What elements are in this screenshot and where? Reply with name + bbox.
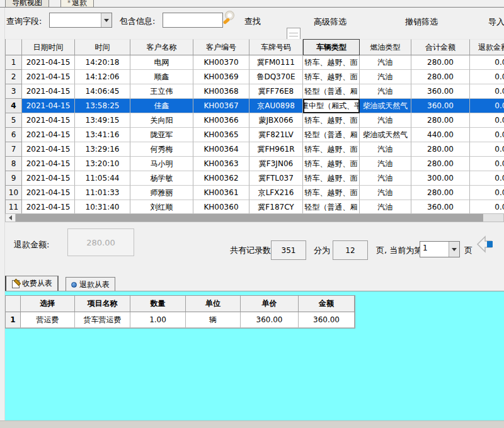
cell-num[interactable]: 4 [6,99,22,113]
cell-qty[interactable]: 1.00 [130,312,186,328]
cell-time[interactable]: 13:41:16 [75,128,130,142]
cell-vtype[interactable]: 轻型（普通、厢 [303,200,360,215]
table-row[interactable]: 32021-04-1514:06:45王立伟KH00368冀FF76E8轻型（普… [6,84,504,99]
cell-plate[interactable]: 蒙JBX066 [249,113,303,128]
cell-fuel[interactable]: 汽油 [360,142,411,157]
table-row[interactable]: 72021-04-1513:29:16何秀梅KH00364冀FH961R轿车、越… [6,142,504,157]
cell-customer[interactable]: 杨学敏 [130,171,193,186]
cell-price[interactable]: 360.00 [241,312,299,328]
cell-time[interactable]: 11:05:44 [75,171,130,186]
table-row[interactable]: 112021-04-1510:31:40刘红顺KH00360冀F187CY轻型（… [6,200,504,215]
cell-num[interactable]: 2 [6,70,22,84]
cell-date[interactable]: 2021-04-15 [22,186,75,200]
cell-code[interactable]: KH00368 [193,84,249,99]
tab-refund[interactable]: *退款 [60,0,94,8]
cell-fuel[interactable]: 汽油 [360,157,411,171]
cell-date[interactable]: 2021-04-15 [22,84,75,99]
cell-time[interactable]: 14:06:45 [75,84,130,99]
column-header-fuel[interactable]: 燃油类型 [360,39,411,55]
cell-customer[interactable]: 师雅丽 [130,186,193,200]
column-header-num[interactable] [6,296,21,312]
column-header-unit[interactable]: 单位 [186,296,241,312]
table-row[interactable]: 62021-04-1513:41:16陇亚军KH00365冀F821LV轻型（普… [6,128,504,142]
cell-refund[interactable]: 0.00 [470,200,504,215]
cell-customer[interactable]: 马小明 [130,157,193,171]
cell-refund[interactable]: 0.00 [470,142,504,157]
column-header-amount[interactable]: 金额 [299,296,355,312]
find-button[interactable]: 查找 [244,16,261,26]
previous-page-icon[interactable] [476,235,498,253]
cell-total[interactable]: 440.00 [411,128,470,142]
cell-plate[interactable]: 冀FTL037 [249,171,303,186]
cell-refund[interactable]: 0.00 [470,157,504,171]
cell-time[interactable]: 10:31:40 [75,200,130,215]
table-row[interactable]: 22021-04-1514:12:06顺鑫KH00369鲁DQ370E轿车、越野… [6,70,504,84]
cell-fuel[interactable]: 汽油 [360,200,411,215]
cell-total[interactable]: 300.00 [411,171,470,186]
cell-fuel[interactable]: 汽油 [360,70,411,84]
cell-num[interactable]: 3 [6,84,22,99]
cell-num[interactable]: 5 [6,113,22,128]
column-header-num[interactable] [6,39,22,55]
tab-fee-subtable[interactable]: 收费从表 [5,276,59,291]
cell-plate[interactable]: 冀F821LV [249,128,303,142]
cell-date[interactable]: 2021-04-15 [22,142,75,157]
column-header-customer[interactable]: 客户名称 [130,39,193,55]
cell-vtype[interactable]: 轿车、越野、面 [303,157,360,171]
cell-refund[interactable]: 0.00 [470,84,504,99]
cell-total[interactable]: 280.00 [411,70,470,84]
cell-date[interactable]: 2021-04-15 [22,55,75,70]
cell-customer[interactable]: 陇亚军 [130,128,193,142]
cell-customer[interactable]: 电网 [130,55,193,70]
column-header-price[interactable]: 单价 [241,296,299,312]
cell-refund[interactable]: 0.00 [470,128,504,142]
column-header-date[interactable]: 日期时间 [22,39,75,55]
cell-code[interactable]: KH00361 [193,186,249,200]
cell-num[interactable]: 1 [6,312,21,328]
cell-code[interactable]: KH00362 [193,171,249,186]
cell-vtype[interactable]: 轻型（普通、厢 [303,84,360,99]
cell-total[interactable]: 280.00 [411,113,470,128]
cell-item[interactable]: 货车营运费 [75,312,130,328]
cell-fuel[interactable]: 汽油 [360,55,411,70]
cell-time[interactable]: 13:58:25 [75,99,130,113]
cancel-filter-button[interactable]: 撤销筛选 [405,17,438,27]
cell-fuel[interactable]: 汽油 [360,171,411,186]
cell-time[interactable]: 13:49:15 [75,113,130,128]
cell-total[interactable]: 280.00 [411,142,470,157]
column-header-refund[interactable]: 退款金额 [470,39,504,55]
cell-date[interactable]: 2021-04-15 [22,200,75,215]
cell-plate[interactable]: 京AU0898 [249,99,303,113]
column-header-item[interactable]: 项目名称 [75,296,130,312]
column-header-time[interactable]: 时间 [75,39,130,55]
cell-code[interactable]: KH00369 [193,70,249,84]
cell-num[interactable]: 9 [6,171,22,186]
cell-code[interactable]: KH00366 [193,113,249,128]
tab-refund-subtable[interactable]: 退款从表 [66,277,115,292]
horizontal-scrollbar[interactable] [5,213,504,222]
scrollbar-thumb[interactable] [16,214,483,222]
cell-date[interactable]: 2021-04-15 [22,70,75,84]
tab-navigation-view[interactable]: 导航视图 [5,0,49,8]
cell-fuel[interactable]: 汽油 [360,186,411,200]
column-header-code[interactable]: 客户编号 [193,39,249,55]
cell-refund[interactable]: 0.00 [470,55,504,70]
cell-time[interactable]: 14:20:18 [75,55,130,70]
cell-plate[interactable]: 冀F3JN06 [249,157,303,171]
cell-plate[interactable]: 冀F187CY [249,200,303,215]
table-row[interactable]: 52021-04-1513:49:15关向阳KH00366蒙JBX066轿车、越… [6,113,504,128]
column-header-total[interactable]: 合计金额 [411,39,470,55]
cell-customer[interactable]: 佳鑫 [130,99,193,113]
cell-num[interactable]: 1 [6,55,22,70]
cell-total[interactable]: 360.00 [411,200,470,215]
column-header-select[interactable]: 选择 [21,296,75,312]
advanced-filter-button[interactable]: 高级筛选 [314,17,346,27]
cell-customer[interactable]: 关向阳 [130,113,193,128]
cell-vtype[interactable]: 轿车、越野、面 [303,113,360,128]
cell-customer[interactable]: 王立伟 [130,84,193,99]
cell-total[interactable]: 280.00 [411,55,470,70]
cell-customer[interactable]: 何秀梅 [130,142,193,157]
page-select-combobox[interactable]: 1 [420,241,460,257]
table-row[interactable]: 102021-04-1511:01:33师雅丽KH00361京LFX216轿车、… [6,186,504,200]
cell-select[interactable]: 营运费 [21,312,75,328]
